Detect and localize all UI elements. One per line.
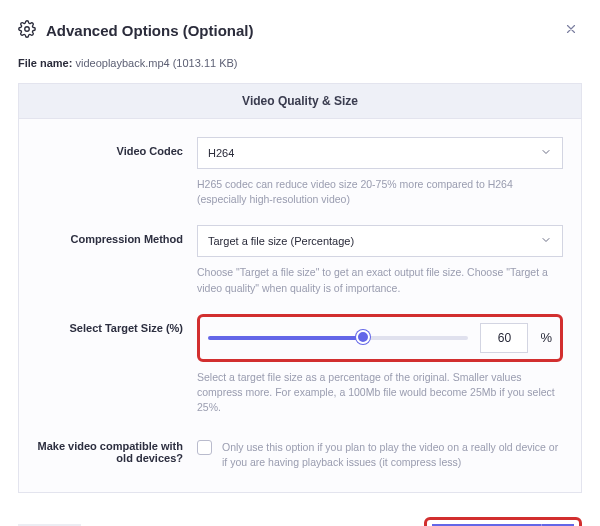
header-left: Advanced Options (Optional) xyxy=(18,20,254,41)
percent-unit: % xyxy=(540,330,552,345)
video-codec-value: H264 xyxy=(208,147,234,159)
target-size-input[interactable] xyxy=(480,323,528,353)
target-size-label: Select Target Size (%) xyxy=(37,314,197,334)
apply-settings-highlight: Apply Settings xyxy=(424,517,582,526)
row-target-size: Select Target Size (%) % Select a target… xyxy=(37,314,563,416)
chevron-down-icon xyxy=(540,146,552,160)
compatible-help: Only use this option if you plan to play… xyxy=(222,440,563,470)
quality-panel: Video Quality & Size Video Codec H264 H2… xyxy=(18,83,582,493)
close-icon xyxy=(564,24,578,39)
row-compatible: Make video compatible with old devices? … xyxy=(37,434,563,470)
svg-point-0 xyxy=(25,27,30,32)
video-codec-select[interactable]: H264 xyxy=(197,137,563,169)
close-button[interactable] xyxy=(560,18,582,43)
row-video-codec: Video Codec H264 H265 codec can reduce v… xyxy=(37,137,563,207)
compression-method-help: Choose "Target a file size" to get an ex… xyxy=(197,265,563,295)
dialog-title: Advanced Options (Optional) xyxy=(46,22,254,39)
target-size-slider[interactable] xyxy=(208,336,468,340)
video-codec-label: Video Codec xyxy=(37,137,197,157)
row-compression-method: Compression Method Target a file size (P… xyxy=(37,225,563,295)
compatible-checkbox[interactable] xyxy=(197,440,212,455)
compatible-label: Make video compatible with old devices? xyxy=(37,434,197,464)
compression-method-select[interactable]: Target a file size (Percentage) xyxy=(197,225,563,257)
chevron-down-icon xyxy=(540,234,552,248)
target-size-help: Select a target file size as a percentag… xyxy=(197,370,563,416)
compression-method-value: Target a file size (Percentage) xyxy=(208,235,354,247)
gear-icon xyxy=(18,20,36,41)
dialog-footer: Reset Apply Settings xyxy=(18,517,582,526)
file-name-row: File name: videoplayback.mp4 (1013.11 KB… xyxy=(18,57,582,69)
panel-title: Video Quality & Size xyxy=(19,84,581,119)
file-name-value: videoplayback.mp4 (1013.11 KB) xyxy=(75,57,237,69)
compression-method-label: Compression Method xyxy=(37,225,197,245)
target-size-highlight: % xyxy=(197,314,563,362)
panel-body: Video Codec H264 H265 codec can reduce v… xyxy=(19,119,581,492)
dialog-header: Advanced Options (Optional) xyxy=(18,18,582,43)
file-name-label: File name: xyxy=(18,57,72,69)
video-codec-help: H265 codec can reduce video size 20-75% … xyxy=(197,177,563,207)
